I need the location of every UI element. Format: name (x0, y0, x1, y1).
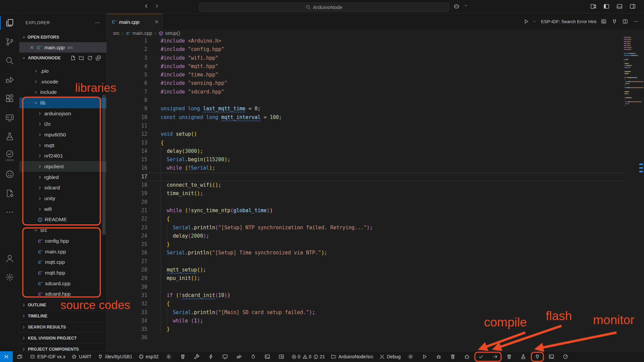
activity-search[interactable] (0, 51, 19, 70)
section-search-results[interactable]: SEARCH RESULTS (19, 321, 106, 333)
code-line-2[interactable]: 2#include "config.hpp" (107, 45, 623, 54)
tree-item-mqtt[interactable]: mqtt (19, 140, 106, 151)
code-line-12[interactable]: 12void setup() (107, 130, 623, 138)
code-line-20[interactable]: 20 (107, 198, 623, 206)
status-project-tasks[interactable] (13, 351, 27, 362)
explorer-more-actions-button[interactable] (95, 20, 100, 25)
status-build-button[interactable] (474, 351, 488, 362)
code-line-8[interactable]: 8 (107, 96, 623, 105)
code-line-27[interactable]: 27 (107, 257, 623, 266)
copilot-icon[interactable] (453, 3, 460, 9)
tree-item-sdcard.hpp[interactable]: C⁺⁺sdcard.hpp (19, 289, 106, 299)
activity-additional-views[interactable] (0, 203, 19, 222)
section-keil-uvision-project[interactable]: KEIL UVISION PROJECT (19, 333, 106, 344)
code-line-31[interactable]: 31 if (!sdcard_init(10)) (107, 291, 623, 300)
status-build-configuration[interactable]: Debug (376, 351, 404, 362)
tab-main-cpp[interactable]: C⁺⁺ main.cpp (107, 13, 163, 29)
nav-back-button[interactable] (144, 3, 149, 9)
toggle-sidebar-button[interactable] (603, 3, 609, 9)
activity-explorer[interactable] (0, 13, 19, 33)
run-actions[interactable] (524, 19, 536, 24)
tree-item-include[interactable]: include (19, 87, 106, 98)
code-line-9[interactable]: 9unsigned long last_mqtt_time = 0; (107, 105, 623, 113)
section-outline[interactable]: OUTLINE (19, 299, 106, 310)
close-icon[interactable] (30, 45, 34, 50)
code-line-13[interactable]: 13{ (107, 139, 623, 147)
status-full-clean[interactable] (176, 351, 190, 362)
open-preview-button[interactable] (601, 19, 606, 24)
new-file-button[interactable] (70, 55, 76, 61)
code-line-34[interactable]: 34 while (1); (107, 317, 623, 325)
status-launch-commands[interactable] (274, 351, 288, 362)
status-pio-run[interactable] (418, 351, 432, 362)
breadcrumb-item[interactable]: C⁺⁺main.cpp (126, 31, 152, 36)
activity-testing[interactable] (0, 127, 19, 146)
section-project-components[interactable]: PROJECT COMPONENTS (19, 344, 106, 351)
status-more-status[interactable] (558, 351, 573, 362)
tree-item-mpu6050[interactable]: mpu6050 (19, 129, 106, 140)
customize-layout-button[interactable] (590, 3, 596, 9)
status-idf-terminal[interactable] (260, 351, 274, 362)
breadcrumb-item[interactable]: setup() (158, 31, 180, 36)
code-line-24[interactable]: 24 delay(2000); (107, 232, 623, 240)
code-line-30[interactable]: 30 (107, 283, 623, 291)
activity-source-control[interactable] (0, 33, 19, 52)
tree-item-sdcard.cpp[interactable]: C⁺⁺sdcard.cpp (19, 278, 106, 289)
code-line-35[interactable]: 35 } (107, 325, 623, 334)
breadcrumb[interactable]: src›C⁺⁺main.cpp›setup() (107, 29, 644, 37)
tree-item-mqtt.cpp[interactable]: C⁺⁺mqtt.cpp (19, 257, 106, 267)
remote-indicator[interactable] (0, 351, 13, 362)
status-monitor-device[interactable] (218, 351, 232, 362)
sidebar-scrollbar[interactable] (102, 95, 106, 235)
code-line-17[interactable]: 17 (107, 173, 623, 181)
tree-item-unity[interactable]: unity (19, 193, 106, 204)
activity-accounts[interactable] (0, 249, 19, 268)
activity-esp-idf[interactable] (0, 184, 19, 203)
tree-item-lib[interactable]: lib (19, 98, 106, 108)
esp-idf-hint-label[interactable]: ESP-IDF: Search Error Hint (541, 19, 596, 24)
code-line-16[interactable]: 16 while (!Serial); (107, 164, 623, 172)
status-erase-flash[interactable] (246, 351, 260, 362)
code-line-14[interactable]: 14 delay(3000); (107, 147, 623, 156)
activity-run-and-debug[interactable] (0, 70, 19, 89)
code-line-21[interactable]: 21 while (!sync_time_ntp(global_time)) (107, 206, 623, 215)
status-build-project[interactable] (190, 351, 204, 362)
tree-item-ntpclient[interactable]: ntpclient (19, 161, 106, 172)
code-line-19[interactable]: 19 time_init(); (107, 189, 623, 198)
tree-item-sdcard[interactable]: sdcard (19, 183, 106, 193)
code-line-33[interactable]: 33 Serial.println("[Main] SD card setup … (107, 308, 623, 317)
status-device-target[interactable]: esp32 (136, 351, 162, 362)
code-line-3[interactable]: 3#include "wifi.hpp" (107, 54, 623, 62)
breadcrumb-item[interactable]: src (113, 31, 119, 36)
tree-item-.pio[interactable]: .pio (19, 66, 106, 76)
code-area[interactable]: 1#include <Arduino.h>2#include "config.h… (107, 37, 623, 342)
status-pio-home[interactable] (460, 351, 474, 362)
tree-item-src[interactable]: src (19, 225, 106, 236)
tree-item-i2c[interactable]: i2c (19, 119, 106, 129)
status-flash-button[interactable] (488, 351, 502, 362)
tree-item-mqtt.hpp[interactable]: C⁺⁺mqtt.hpp (19, 267, 106, 278)
close-icon[interactable] (154, 19, 159, 24)
status-pio-clean[interactable] (446, 351, 460, 362)
tree-item-main.cpp[interactable]: C⁺⁺main.cpp (19, 246, 106, 257)
code-line-22[interactable]: 22 { (107, 215, 623, 223)
code-line-7[interactable]: 7#include "sdcard.hpp" (107, 88, 623, 96)
activity-cmsis[interactable]: CMSIS (0, 146, 19, 165)
code-line-32[interactable]: 32 { (107, 300, 623, 308)
tree-item-.vscode[interactable]: .vscode (19, 76, 106, 87)
project-section-header[interactable]: ARDUINONODE (19, 53, 106, 63)
status-flash-method[interactable]: UART (68, 351, 95, 362)
tree-item-arduinojson[interactable]: arduinojson (19, 108, 106, 119)
open-editors-header[interactable]: OPEN EDITORS (19, 32, 106, 42)
code-line-4[interactable]: 4#include "mqtt.hpp" (107, 62, 623, 71)
code-line-25[interactable]: 25 } (107, 240, 623, 249)
status-monitor-button[interactable] (530, 351, 544, 362)
open-editor-main-cpp[interactable]: C⁺⁺ main.cpp src (19, 42, 106, 53)
code-line-11[interactable]: 11 (107, 122, 623, 130)
toggle-panel-button[interactable] (616, 3, 623, 9)
run-file-button[interactable] (524, 19, 529, 24)
tree-item-config.hpp[interactable]: C⁺⁺config.hpp (19, 236, 106, 246)
chevron-down-icon[interactable] (464, 3, 468, 8)
collapse-folders-button[interactable] (96, 55, 101, 61)
code-line-28[interactable]: 28 mqtt_setup(); (107, 266, 623, 274)
